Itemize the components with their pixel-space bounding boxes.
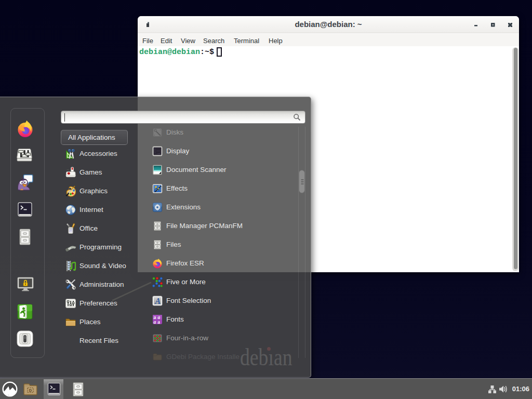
svg-text:a: a: [157, 320, 160, 325]
svg-text:a: a: [154, 320, 156, 325]
svg-text:A: A: [154, 297, 161, 305]
svg-text:D: D: [29, 388, 32, 393]
